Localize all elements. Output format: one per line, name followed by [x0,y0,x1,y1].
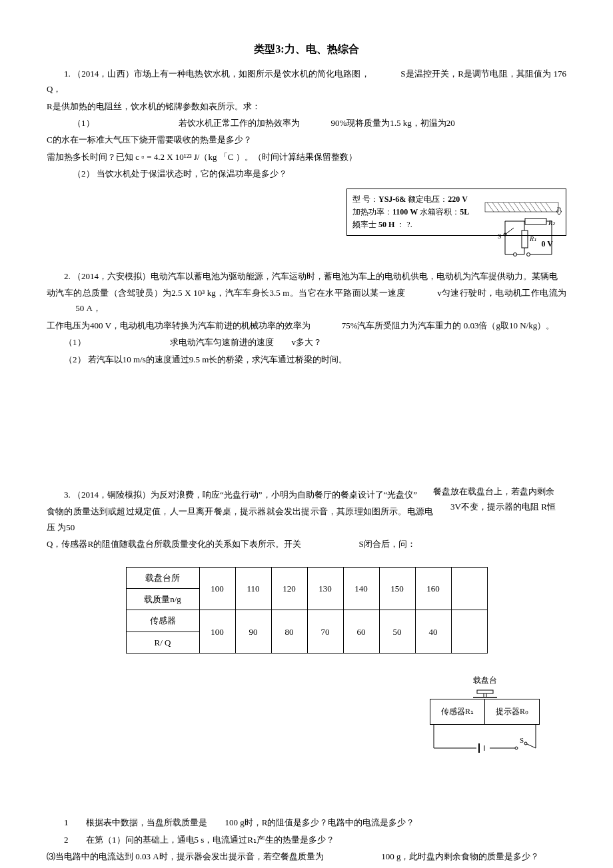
q3-right-a: 餐盘放在载盘台上，若盘内剩余 [433,484,566,499]
q3-line3b: S闭合后，问： [359,539,416,549]
circuit-diagram-1: R₂ R₁ S [482,201,562,264]
svg-line-10 [535,203,542,212]
q1-line2: R是供加热的电阻丝，饮水机的铭牌参数如表所示。求： [47,99,566,114]
q2-line2c: 50 A， [75,303,101,313]
q2-line1: 2. （2014，六安模拟）电动汽车以蓄电池为驱动能源，汽车运动时，蓄电池为车上… [47,268,566,284]
circuit-diagram-2: 载盘台 传感器R₁ 提示器R₀ S [430,673,540,755]
q1-line6: （2） 当饮水机处于保温状态时，它的保温功率是多少？ [47,166,566,181]
q1-line3b: 若饮水机正常工作的加热效率为 [179,118,300,128]
table-row: 传感器 100 90 80 70 60 50 40 [126,610,487,632]
svg-line-5 [508,203,515,212]
q1-line5: 需加热多长时间？已知 c ▫ = 4.2 X 10¹²³ J/（kg 「C ）。… [47,149,566,165]
q2-line4: （1） 求电动汽车匀速前进的速度 v多大？ [47,334,566,350]
svg-point-28 [515,747,518,749]
cell: 40 [415,610,451,653]
q1-line1a: 1. （2014，山西）市场上有一种电热饮水机，如图所示是饮水机的简化电路图， [64,69,370,79]
q2-line5: （2） 若汽车以10 m/s的速度通过9.5 m长的桥梁，求汽车通过桥梁的时间。 [47,352,566,367]
row2-header-b: R/ Q [126,632,199,653]
q3-subquestions: 1 根据表中数据，当盘所载质量是 100 g时，R的阻值是多少？电路中的电流是多… [47,815,566,864]
q3-sub3-b: 100 g，此时盘内剩余食物的质量是多少？ [381,851,539,861]
q3-sub3-a: ⑶当电路中的电流达到 0.03 A时，提示器会发出提示音，若空餐盘质量为 [47,851,324,861]
q3-sub2: 2 在第（1）问的基础上，通电5 s，电流通过R₁产生的热量是多少？ [47,832,566,847]
cell: 140 [343,567,379,610]
table-row: 载盘台所 100 110 120 130 140 150 160 [126,567,487,588]
cell: 160 [415,567,451,610]
svg-line-3 [498,203,504,212]
row1-header-a: 载盘台所 [126,567,199,588]
q3-right-note: 餐盘放在载盘台上，若盘内剩余 3V不变，提示器的电阻 R恒 [433,484,566,515]
cell: 130 [307,567,343,610]
q2-line3a: 工作电压为400 V，电动机电功率转换为汽车前进的机械功率的效率为 [47,320,310,330]
cell: 60 [343,610,379,653]
q3-sub1-c: 100 g时，R的阻值是多少？电路中的电流是多少？ [225,817,415,827]
tray-icon [472,689,498,699]
svg-line-18 [505,228,514,234]
row2-header-a: 传感器 [126,610,199,632]
cell: 100 [199,567,235,610]
svg-line-7 [519,203,526,212]
q3-sub1-b: 根据表中数据，当盘所载质量是 [86,817,207,827]
q3-sub1-num: 1 [64,817,69,827]
svg-line-9 [530,203,536,212]
cell: 120 [271,567,307,610]
switch-s-label: S [520,736,524,744]
q2-line3: 工作电压为400 V，电动机电功率转换为汽车前进的机械功率的效率为 75%汽车所… [47,318,566,333]
sensor-box: 传感器R₁ [430,699,485,725]
svg-text:R₁: R₁ [529,235,536,242]
svg-text:S: S [498,232,502,240]
svg-point-21 [527,252,530,256]
q1-line3c: 90%现将质量为1.5 kg，初温为20 [331,118,455,128]
q1-spec-box: 型 号：YSJ-6& 额定电压：220 V 加热功率：1100 W 水箱容积：5… [346,189,566,236]
svg-line-6 [514,203,520,212]
q1-spec-text: 型 号：YSJ-6& 额定电压：220 V 加热功率：1100 W 水箱容积：5… [352,193,476,232]
sensor-table: 载盘台所 100 110 120 130 140 150 160 载质量n/g … [126,567,488,654]
q3-sub1: 1 根据表中数据，当盘所载质量是 100 g时，R的阻值是多少？电路中的电流是多… [47,815,566,830]
circuit2-wrap: 载盘台 传感器R₁ 提示器R₀ S [47,673,540,755]
svg-point-20 [514,252,517,256]
cell: 100 [199,610,235,653]
q3-line3: Q，传感器R的阻值随载盘台所载质量变化的关系如下表所示。开关 S闭合后，问： [47,536,566,552]
q1-line4: C的水在一标准大气压下烧开需要吸收的热量是多少？ [47,132,566,147]
q1-line1: 1. （2014，山西）市场上有一种电热饮水机，如图所示是饮水机的简化电路图， … [47,66,566,97]
spec-model: 型 号：YSJ-6& 额定电压：220 V 加热功率：1100 W 水箱容积：5… [352,195,469,229]
circuit2-boxes: 传感器R₁ 提示器R₀ [430,699,540,725]
q1-spec-box-wrap: 型 号：YSJ-6& 额定电压：220 V 加热功率：1100 W 水箱容积：5… [47,189,566,252]
q2-line3b: 75%汽车所受阻力为汽车重力的 0.03倍（g取10 N/kg）。 [342,320,555,330]
svg-point-29 [524,742,527,745]
q3-line3a: Q，传感器R的阻值随载盘台所载质量变化的关系如下表所示。开关 [47,539,301,549]
question-2: 2. （2014，六安模拟）电动汽车以蓄电池为驱动能源，汽车运动时，蓄电池为车上… [47,268,566,367]
q1-line3a: （1） [73,118,95,128]
q2-line4c: v多大？ [292,337,322,347]
cell-empty [451,567,487,610]
q2-line2b: v匀速行驶时，电动机工作电流为 [437,288,566,298]
q2-line2: 动汽车的总质量（含驾驶员）为2.5 X 10³ kg，汽车车身长3.5 m。当它… [47,285,566,316]
cell-empty [451,610,487,653]
question-1: 1. （2014，山西）市场上有一种电热饮水机，如图所示是饮水机的简化电路图， … [47,66,566,252]
svg-line-12 [546,203,552,212]
cell: 150 [379,567,415,610]
svg-line-4 [503,203,510,212]
svg-rect-22 [477,690,493,693]
svg-rect-13 [525,218,546,224]
q2-line4b: 求电动汽车匀速前进的速度 [170,337,274,347]
cell: 90 [235,610,271,653]
question-3: 餐盘放在载盘台上，若盘内剩余 3V不变，提示器的电阻 R恒 3. （2014，铜… [47,487,566,864]
circuit2-bottom: S [430,725,540,755]
cell: 50 [379,610,415,653]
svg-rect-0 [485,203,558,212]
q3-sub2-num: 2 [64,835,69,845]
q1-line3: （1） 若饮水机正常工作的加热效率为 90%现将质量为1.5 kg，初温为20 [47,115,566,131]
cell: 70 [307,610,343,653]
indicator-box: 提示器R₀ [485,699,539,725]
svg-rect-15 [522,230,528,248]
page-title: 类型3:力、电、热综合 [47,40,566,59]
circuit2-top-label: 载盘台 [430,673,540,688]
svg-line-1 [487,203,494,212]
svg-line-11 [540,203,547,212]
q3-right-b: 3V不变，提示器的电阻 R恒 [433,499,566,514]
cell: 110 [235,567,271,610]
cell: 80 [271,610,307,653]
q3-sub2-b: 在第（1）问的基础上，通电5 s，电流通过R₁产生的热量是多少？ [86,835,334,845]
svg-line-8 [524,203,531,212]
row1-header-b: 载质量n/g [126,588,199,610]
